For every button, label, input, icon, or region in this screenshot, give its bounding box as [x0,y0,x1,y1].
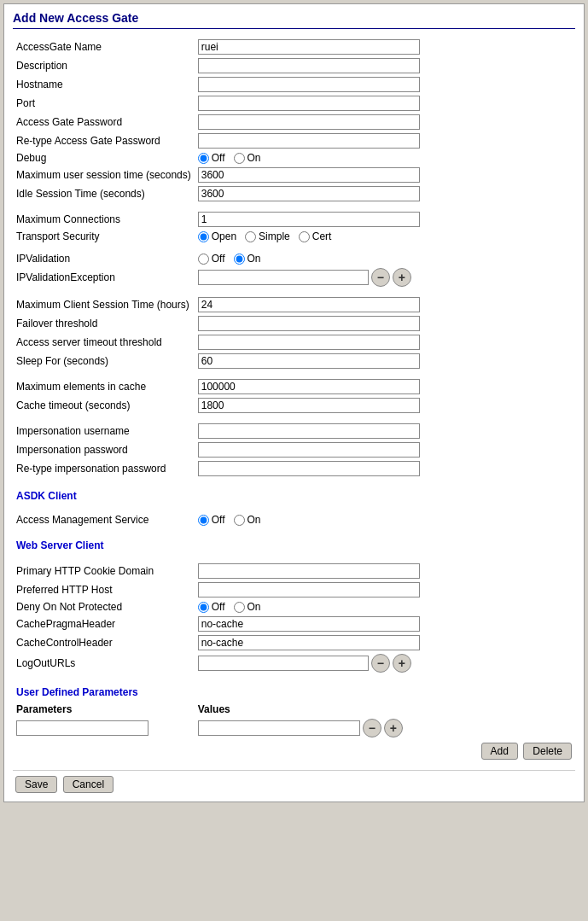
input-max-client-session[interactable] [198,297,420,312]
access-management-off-label[interactable]: Off [198,514,225,526]
debug-off-radio[interactable] [198,153,209,164]
input-idle-session[interactable] [198,186,420,201]
row-sleep-for: Sleep For (seconds) [13,352,575,370]
params-values-row: − + [198,719,572,737]
debug-on-label[interactable]: On [234,152,261,164]
row-idle-session: Idle Session Time (seconds) [13,184,575,203]
input-max-session[interactable] [198,167,420,183]
deny-radio-group: Off On [198,601,572,613]
ip-validation-off-label[interactable]: Off [198,253,225,265]
input-max-elements-cache[interactable] [198,379,420,394]
ip-validation-off-text: Off [212,253,225,265]
input-impersonation-username[interactable] [198,423,420,439]
transport-simple-label[interactable]: Simple [245,230,290,242]
transport-open-radio[interactable] [198,231,209,242]
cell-max-connections [195,210,575,229]
input-cache-timeout[interactable] [198,398,420,413]
transport-radio-group: Open Simple Cert [198,230,572,242]
row-debug: Debug Off On [13,150,575,166]
input-parameters[interactable] [16,720,148,736]
ip-exception-minus-button[interactable]: − [371,268,390,287]
input-cache-control-header[interactable] [198,635,420,650]
input-failover-threshold[interactable] [198,316,420,331]
deny-on-label[interactable]: On [234,601,261,613]
input-description[interactable] [198,58,420,73]
input-primary-http-cookie[interactable] [198,563,420,579]
label-impersonation-username: Impersonation username [13,422,195,440]
input-logout-urls[interactable] [198,656,369,671]
cell-parameters-header: Parameters [13,702,195,717]
input-password[interactable] [198,114,420,130]
label-failover-threshold: Failover threshold [13,314,195,333]
ip-validation-on-label[interactable]: On [234,253,261,265]
access-management-off-radio[interactable] [198,515,209,526]
transport-cert-radio[interactable] [299,231,310,242]
params-minus-button[interactable]: − [363,719,381,737]
ip-exception-plus-button[interactable]: + [393,268,411,287]
row-params-inputs: − + [13,717,575,739]
deny-off-label[interactable]: Off [198,601,225,613]
row-retype-impersonation-password: Re-type impersonation password [13,459,575,478]
row-add-delete: Add Delete [13,739,575,761]
cell-password [195,113,575,131]
label-retype-impersonation-password: Re-type impersonation password [13,459,195,478]
input-retype-impersonation-password[interactable] [198,461,420,476]
access-management-on-label[interactable]: On [234,514,261,526]
label-max-session: Maximum user session time (seconds) [13,166,195,184]
label-deny-on-not-protected: Deny On Not Protected [13,599,195,615]
debug-off-label[interactable]: Off [198,152,225,164]
user-defined-params-title[interactable]: User Defined Parameters [16,683,572,700]
row-impersonation-password: Impersonation password [13,440,575,459]
row-ip-validation-exception: IPValidationException − + [13,266,575,289]
params-plus-button[interactable]: + [384,719,403,737]
input-impersonation-password[interactable] [198,442,420,458]
cell-transport-security: Open Simple Cert [195,229,575,244]
save-button[interactable]: Save [15,776,57,793]
input-hostname[interactable] [198,77,420,92]
cell-max-elements-cache [195,377,575,396]
ip-validation-radio-group: Off On [198,253,572,265]
delete-button[interactable]: Delete [523,743,572,760]
debug-on-radio[interactable] [234,153,245,164]
asdk-client-title[interactable]: ASDK Client [16,487,572,504]
spacer-7 [13,505,575,512]
deny-on-radio[interactable] [234,602,245,613]
input-sleep-for[interactable] [198,353,420,369]
cell-deny-on-not-protected: Off On [195,599,575,615]
main-form: Add New Access Gate AccessGate Name Desc… [3,3,585,802]
input-accessgate-name[interactable] [198,39,420,55]
transport-simple-radio[interactable] [245,231,256,242]
cell-retype-password [195,131,575,150]
row-max-session: Maximum user session time (seconds) [13,166,575,184]
cell-impersonation-password [195,440,575,459]
add-button[interactable]: Add [481,743,518,760]
logout-urls-plus-button[interactable]: + [393,654,411,673]
web-server-client-title[interactable]: Web Server Client [16,536,572,553]
ip-validation-on-radio[interactable] [234,254,245,265]
input-port[interactable] [198,96,420,111]
label-description: Description [13,56,195,75]
logout-urls-minus-button[interactable]: − [371,654,390,673]
cell-ip-validation-exception: − + [195,266,575,289]
cancel-button[interactable]: Cancel [63,776,114,793]
input-access-server-timeout[interactable] [198,335,420,350]
input-retype-password[interactable] [198,133,420,149]
deny-off-radio[interactable] [198,602,209,613]
ip-validation-off-radio[interactable] [198,254,209,265]
label-transport-security: Transport Security [13,229,195,244]
cell-access-management-service: Off On [195,512,575,528]
transport-cert-label[interactable]: Cert [299,230,332,242]
spacer-9 [13,555,575,562]
input-max-connections[interactable] [198,212,420,227]
input-ip-validation-exception[interactable] [198,270,369,285]
cell-cache-pragma-header [195,615,575,633]
input-preferred-http-host[interactable] [198,582,420,597]
input-values[interactable] [198,720,360,736]
cell-logout-urls: − + [195,652,575,674]
input-cache-pragma-header[interactable] [198,616,420,632]
row-preferred-http-host: Preferred HTTP Host [13,580,575,599]
debug-off-text: Off [212,152,225,164]
transport-open-label[interactable]: Open [198,230,236,242]
row-primary-http-cookie: Primary HTTP Cookie Domain [13,562,575,580]
access-management-on-radio[interactable] [234,515,245,526]
